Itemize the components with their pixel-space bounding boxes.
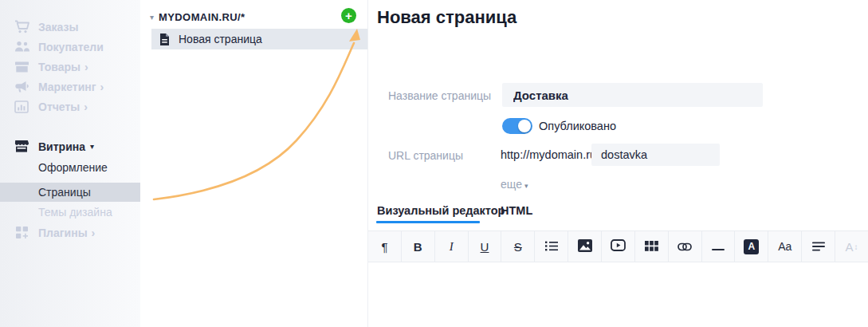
strikethrough-button[interactable]: S	[501, 231, 535, 262]
plugins-icon	[13, 226, 30, 240]
tree-item-new-page[interactable]: Новая страница	[151, 29, 368, 49]
font-size-button: A↕	[835, 231, 868, 262]
paragraph-button[interactable]: ¶	[368, 231, 402, 262]
sidebar-item-label: Отчеты	[38, 100, 80, 113]
sidebar-item-design[interactable]: Оформление	[0, 157, 140, 178]
alignment-button[interactable]	[802, 231, 835, 262]
page-name-label: Название страницы	[388, 89, 491, 102]
bullet-list-icon	[545, 240, 558, 254]
url-prefix-text: http://mydomain.ru/	[501, 148, 599, 161]
sidebar-item-label: Оформление	[38, 161, 108, 174]
storefront-icon	[13, 140, 30, 154]
page-document-icon	[159, 33, 170, 45]
insert-image-button[interactable]	[568, 231, 602, 262]
bullet-list-button[interactable]	[535, 231, 568, 262]
tree-header: ▾ MYDOMAIN.RU/* +	[150, 8, 362, 26]
font-style-button[interactable]: Aa	[768, 231, 802, 262]
text-color-glyph: A	[748, 241, 756, 252]
sidebar-item-label: Плагины	[38, 227, 88, 239]
sidebar-item-label: Маркетинг	[38, 81, 96, 93]
editor-toolbar: ¶ B I U S A	[368, 230, 868, 262]
sidebar-item-pages[interactable]: Страницы	[0, 183, 140, 202]
app-window: Заказы Покупатели Товары › Маркетинг ›	[0, 0, 868, 327]
link-icon	[678, 240, 692, 254]
underline-button[interactable]: U	[469, 231, 502, 262]
sidebar-item-orders[interactable]: Заказы	[0, 17, 140, 37]
sidebar-item-label: Покупатели	[38, 41, 104, 53]
sidebar-item-plugins[interactable]: Плагины ›	[0, 223, 140, 242]
published-label: Опубликовано	[539, 120, 616, 132]
sidebar-item-label: Витрина	[38, 140, 85, 153]
tab-html[interactable]: HTML	[501, 204, 532, 217]
text-color-button[interactable]: A	[735, 231, 768, 262]
strikethrough-icon: S	[514, 240, 522, 254]
page-url-input[interactable]	[591, 144, 720, 166]
sidebar-item-label: Товары	[38, 61, 81, 73]
chevron-right-icon: ›	[100, 81, 104, 93]
chevron-down-icon: ▾	[90, 142, 94, 151]
collapse-caret-icon[interactable]: ▾	[150, 13, 154, 22]
published-toggle-row[interactable]: Опубликовано	[502, 118, 616, 134]
image-icon	[578, 239, 592, 254]
products-box-icon	[13, 60, 30, 74]
toggle-knob	[518, 120, 531, 132]
text-color-icon: A	[744, 239, 759, 254]
font-style-icon: Aa	[778, 240, 791, 253]
megaphone-icon	[13, 80, 30, 94]
active-tab-underline	[376, 221, 480, 223]
sidebar-item-label: Темы дизайна	[38, 206, 112, 219]
sidebar-item-themes[interactable]: Темы дизайна	[0, 202, 140, 222]
table-icon	[645, 240, 658, 254]
insert-link-button[interactable]	[669, 231, 702, 262]
sidebar-item-reports[interactable]: Отчеты ›	[0, 97, 140, 116]
chevron-down-icon: ▾	[524, 182, 528, 190]
sidebar-item-label: Заказы	[38, 21, 78, 33]
page-url-label: URL страницы	[388, 149, 463, 162]
sidebar-item-storefront[interactable]: Витрина ▾	[0, 136, 140, 156]
more-options-link[interactable]: еще▾	[501, 178, 528, 191]
sidebar-item-products[interactable]: Товары ›	[0, 57, 140, 77]
customers-icon	[13, 40, 30, 54]
page-editor: Новая страница Название страницы Опублик…	[368, 0, 868, 327]
bar-chart-icon	[13, 100, 30, 114]
pages-tree-panel: ▾ MYDOMAIN.RU/* + Новая страница	[140, 0, 368, 327]
published-toggle[interactable]	[502, 118, 532, 134]
chevron-right-icon: ›	[84, 100, 88, 113]
insert-table-button[interactable]	[635, 231, 669, 262]
video-icon	[611, 239, 626, 254]
underline-icon: U	[481, 240, 489, 254]
insert-video-button[interactable]	[602, 231, 635, 262]
sidebar: Заказы Покупатели Товары › Маркетинг ›	[0, 0, 140, 327]
italic-button[interactable]: I	[435, 231, 469, 262]
paragraph-icon: ¶	[381, 240, 387, 254]
page-title: Новая страница	[377, 7, 516, 28]
italic-icon: I	[450, 240, 454, 254]
tab-visual-editor[interactable]: Визуальный редактор	[377, 204, 505, 217]
more-options-label: еще	[501, 178, 522, 191]
tree-domain-title: MYDOMAIN.RU/*	[159, 11, 245, 23]
add-page-button[interactable]: +	[341, 8, 356, 23]
updown-arrows-icon: ↕	[854, 242, 858, 251]
sidebar-item-label: Страницы	[38, 186, 91, 199]
chevron-right-icon: ›	[84, 61, 88, 73]
tree-item-label: Новая страница	[179, 33, 262, 45]
cart-icon	[13, 20, 30, 34]
sidebar-item-marketing[interactable]: Маркетинг ›	[0, 77, 140, 97]
chevron-right-icon: ›	[92, 227, 96, 239]
horizontal-rule-button[interactable]	[702, 231, 736, 262]
horizontal-rule-icon	[712, 240, 725, 254]
alignment-icon	[812, 240, 825, 254]
font-size-icon: A	[845, 240, 853, 254]
bold-button[interactable]: B	[402, 231, 435, 262]
page-name-input[interactable]	[502, 83, 763, 107]
sidebar-item-customers[interactable]: Покупатели	[0, 37, 140, 57]
bold-icon: B	[414, 240, 422, 254]
